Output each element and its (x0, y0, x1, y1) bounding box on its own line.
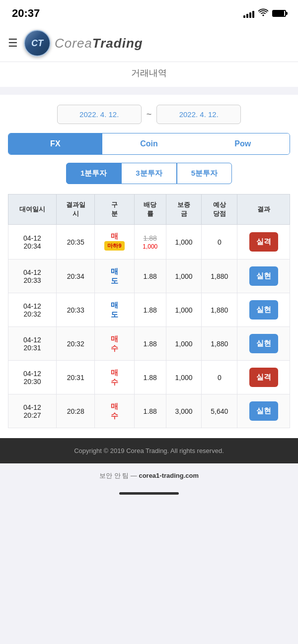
cell-expected: 1,880 (202, 327, 237, 361)
date-from-input[interactable]: 2022. 4. 12. (57, 105, 142, 124)
cell-deposit: 1,000 (166, 361, 202, 394)
cell-result: 실격 (237, 225, 290, 259)
page-title: 거래내역 (131, 68, 167, 78)
cell-deposit: 3,000 (166, 394, 202, 428)
tab-1min[interactable]: 1분투자 (66, 163, 121, 184)
cell-result-time: 20:32 (56, 327, 95, 361)
result-button-4[interactable]: 실격 (249, 368, 278, 387)
cell-deposit: 1,000 (166, 259, 202, 293)
menu-icon[interactable]: ☰ (8, 37, 18, 50)
status-icons (243, 8, 286, 19)
header: ☰ CT CoreaTrading (0, 25, 298, 62)
cell-result-time: 20:31 (56, 361, 95, 394)
footer-copyright: Copyright © 2019 Corea Trading. All righ… (0, 438, 298, 463)
result-button-3[interactable]: 실현 (249, 334, 278, 353)
home-bar (119, 492, 179, 495)
category-tabs: FX Coin Pow (8, 133, 290, 155)
copyright-text: Copyright © 2019 Corea Trading. All righ… (74, 447, 224, 454)
cell-result: 실격 (237, 361, 290, 394)
battery-icon (272, 10, 286, 17)
logo-wordmark: CoreaTrading (55, 36, 143, 51)
cell-deposit: 1,000 (166, 225, 202, 259)
cell-expected: 5,640 (202, 394, 237, 428)
logo-ct-text: CT (31, 38, 43, 49)
tab-fx[interactable]: FX (8, 133, 102, 154)
cell-type: 매수 (95, 361, 134, 394)
col-header-result: 결과 (237, 194, 290, 225)
result-button-2[interactable]: 실현 (249, 300, 278, 320)
cell-result-time: 20:35 (56, 225, 95, 259)
result-button-5[interactable]: 실현 (249, 401, 278, 421)
tab-pow[interactable]: Pow (196, 133, 290, 154)
col-header-rate: 배당률 (134, 194, 166, 225)
status-bar: 20:37 (0, 0, 298, 25)
cell-loan-date: 04-1220:33 (8, 259, 57, 293)
cell-rate: 1.88 (134, 327, 166, 361)
wifi-icon (258, 8, 268, 19)
cell-loan-date: 04-1220:34 (8, 225, 57, 259)
cell-loan-date: 04-1220:32 (8, 293, 57, 327)
tab-5min[interactable]: 5분투자 (177, 163, 232, 184)
separator (0, 87, 298, 95)
col-header-result-date: 결과일시 (56, 194, 95, 225)
page-title-area: 거래내역 (0, 62, 298, 87)
col-header-type: 구분 (95, 194, 134, 225)
table-row: 04-1220:3020:31매수1.881,0000실격 (8, 361, 290, 394)
signal-icon (243, 9, 254, 18)
table-row: 04-1220:2720:28매수1.883,0005,640실현 (8, 394, 290, 428)
date-to-input[interactable]: 2022. 4. 12. (156, 105, 241, 124)
cell-expected: 1,880 (202, 259, 237, 293)
cell-type: 매도 (95, 293, 134, 327)
date-separator: ~ (147, 109, 152, 120)
tab-coin[interactable]: Coin (102, 133, 196, 154)
result-button-1[interactable]: 실현 (249, 266, 278, 286)
col-header-expected: 예상당점 (202, 194, 237, 225)
cell-expected: 1,880 (202, 293, 237, 327)
cell-loan-date: 04-1220:30 (8, 361, 57, 394)
security-text: 보안 안 팀 — (99, 472, 137, 479)
trades-table: 대여일시 결과일시 구분 배당률 보증금 예상당점 결과 04-1220:342… (8, 194, 290, 428)
cell-rate: 1.881,000 (134, 225, 166, 259)
date-range: 2022. 4. 12. ~ 2022. 4. 12. (8, 105, 290, 124)
cell-type: 매마하9 (95, 225, 134, 259)
cell-deposit: 1,000 (166, 327, 202, 361)
cell-result: 실현 (237, 293, 290, 327)
table-row: 04-1220:3420:35매마하91.881,0001,0000실격 (8, 225, 290, 259)
cell-type: 매도 (95, 259, 134, 293)
logo-circle: CT (24, 30, 51, 57)
cell-rate: 1.88 (134, 293, 166, 327)
table-row: 04-1220:3320:34매도1.881,0001,880실현 (8, 259, 290, 293)
cell-rate: 1.88 (134, 361, 166, 394)
cell-expected: 0 (202, 361, 237, 394)
table-row: 04-1220:3120:32매수1.881,0001,880실현 (8, 327, 290, 361)
cell-type: 매수 (95, 327, 134, 361)
result-button-0[interactable]: 실격 (249, 232, 278, 252)
cell-loan-date: 04-1220:27 (8, 394, 57, 428)
table-row: 04-1220:3220:33매도1.881,0001,880실현 (8, 293, 290, 327)
cell-deposit: 1,000 (166, 293, 202, 327)
cell-result: 실현 (237, 327, 290, 361)
cell-rate: 1.88 (134, 259, 166, 293)
status-time: 20:37 (12, 7, 40, 20)
cell-result-time: 20:34 (56, 259, 95, 293)
cell-result-time: 20:33 (56, 293, 95, 327)
domain-text: corea1-trading.com (139, 472, 199, 479)
cell-result: 실현 (237, 259, 290, 293)
content-area: 2022. 4. 12. ~ 2022. 4. 12. FX Coin Pow … (0, 95, 298, 438)
col-header-loan-date: 대여일시 (8, 194, 57, 225)
cell-result: 실현 (237, 394, 290, 428)
footer-domain: 보안 안 팀 — corea1-trading.com (0, 463, 298, 488)
tab-3min[interactable]: 3분투자 (121, 163, 176, 184)
cell-loan-date: 04-1220:31 (8, 327, 57, 361)
col-header-deposit: 보증금 (166, 194, 202, 225)
cell-type: 매수 (95, 394, 134, 428)
home-indicator (0, 488, 298, 501)
cell-rate: 1.88 (134, 394, 166, 428)
cell-result-time: 20:28 (56, 394, 95, 428)
duration-tabs: 1분투자 3분투자 5분투자 (8, 163, 290, 184)
cell-expected: 0 (202, 225, 237, 259)
logo: CT CoreaTrading (24, 30, 143, 57)
